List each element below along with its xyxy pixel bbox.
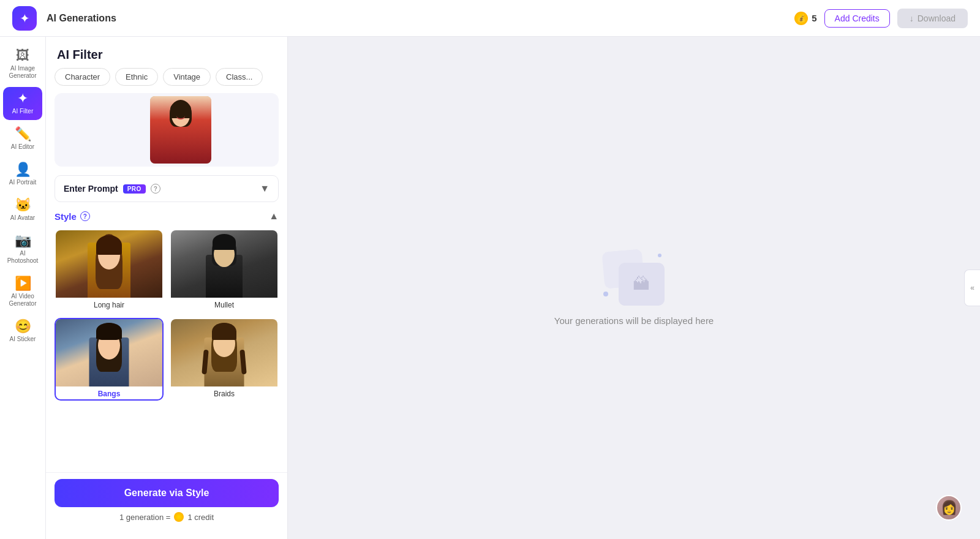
main-content: 🏔 Your generations will be displayed her… (288, 37, 980, 539)
nav-title: AI Generations (47, 13, 794, 24)
filter-tab-ethnic[interactable]: Ethnic (115, 68, 158, 86)
coin-icon: 💰 (794, 12, 808, 25)
style-section-header: Style ? ▲ (55, 211, 279, 222)
generate-via-style-button[interactable]: Generate via Style (55, 479, 279, 507)
sidebar-label-ai-photoshoot: AI Photoshoot (7, 250, 39, 265)
style-thumb-braids (171, 319, 277, 386)
logo-icon: ✦ (20, 11, 30, 26)
generation-info: 1 generation = 1 credit (55, 512, 279, 522)
download-label: Download (918, 13, 956, 23)
download-button[interactable]: ↓ Download (897, 9, 968, 28)
sidebar-label-ai-video-generator: AI Video Generator (7, 293, 39, 307)
panel-scroll: Enter Prompt PRO ? ▼ Style ? ▲ (46, 175, 287, 472)
download-icon: ↓ (910, 13, 914, 23)
main-layout: 🖼 AI Image Generator ✦ AI Filter ✏️ AI E… (0, 37, 980, 539)
empty-state: 🏔 Your generations will be displayed her… (554, 251, 714, 326)
style-section-title: Style ? (55, 211, 90, 222)
empty-icon-main: 🏔 (619, 263, 665, 306)
style-help-icon[interactable]: ? (80, 211, 90, 221)
prompt-label-text: Enter Prompt (64, 184, 118, 194)
generation-info-prefix: 1 generation = (119, 513, 170, 522)
prompt-section[interactable]: Enter Prompt PRO ? ▼ (55, 175, 279, 202)
user-avatar[interactable]: 👩 (936, 495, 962, 521)
generation-info-suffix: 1 credit (187, 513, 214, 522)
sidebar-item-ai-portrait[interactable]: 👤 AI Portrait (3, 158, 42, 191)
ai-avatar-icon: 🐱 (15, 198, 31, 212)
upload-preview (150, 96, 211, 164)
filter-tabs: Character Ethnic Vintage Class... (46, 68, 287, 93)
empty-dot2 (603, 292, 608, 296)
photo-symbol-icon: 🏔 (633, 274, 650, 294)
ai-photoshoot-icon: 📷 (15, 234, 31, 247)
ai-editor-icon: ✏️ (15, 127, 31, 141)
filter-tab-character[interactable]: Character (55, 68, 110, 86)
filter-tab-classic[interactable]: Class... (216, 68, 263, 86)
sidebar-label-ai-image-generator: AI Image Generator (7, 65, 39, 80)
style-item-long-hair[interactable]: Long hair (55, 229, 164, 312)
ai-image-generator-icon: 🖼 (16, 49, 29, 62)
style-name-mullet: Mullet (171, 298, 277, 311)
top-nav: ✦ AI Generations 💰 5 Add Credits ↓ Downl… (0, 0, 980, 37)
pro-badge: PRO (123, 184, 146, 194)
sidebar-item-ai-sticker[interactable]: 😊 AI Sticker (3, 315, 42, 348)
nav-right: 💰 5 Add Credits ↓ Download (794, 9, 968, 28)
sidebar-label-ai-avatar: AI Avatar (10, 214, 35, 222)
prompt-label: Enter Prompt PRO ? (64, 184, 160, 194)
mini-coin-icon (174, 512, 184, 522)
avatar-icon: 👩 (941, 500, 957, 516)
credits-count: 5 (812, 13, 816, 23)
ai-filter-icon: ✦ (17, 92, 28, 105)
style-thumb-bangs (56, 319, 162, 386)
style-title-text: Style (55, 211, 77, 222)
sidebar-label-ai-filter: AI Filter (12, 108, 33, 115)
style-item-braids[interactable]: Braids (170, 318, 279, 401)
style-grid: Long hair Mullet (55, 229, 279, 401)
style-item-mullet[interactable]: Mullet (170, 229, 279, 312)
empty-icon: 🏔 (603, 251, 665, 306)
style-name-bangs: Bangs (56, 386, 162, 399)
empty-state-text: Your generations will be displayed here (554, 315, 714, 326)
sidebar-label-ai-editor: AI Editor (11, 143, 34, 151)
empty-dot1 (658, 254, 662, 257)
style-name-braids: Braids (171, 386, 277, 399)
ai-video-generator-icon: ▶️ (15, 277, 31, 290)
sidebar-item-ai-filter[interactable]: ✦ AI Filter (3, 87, 42, 120)
panel-bottom: Generate via Style 1 generation = 1 cred… (46, 472, 287, 539)
sidebar-label-ai-portrait: AI Portrait (9, 179, 36, 186)
sidebar-item-ai-avatar[interactable]: 🐱 AI Avatar (3, 194, 42, 227)
right-edge-collapse-button[interactable]: « (964, 270, 980, 306)
filter-panel: AI Filter Character Ethnic Vintage Class… (46, 37, 288, 539)
style-thumb-long-hair (56, 230, 162, 298)
style-name-long-hair: Long hair (56, 298, 162, 311)
style-item-bangs[interactable]: Bangs (55, 318, 164, 401)
ai-portrait-icon: 👤 (15, 163, 31, 176)
style-chevron-icon[interactable]: ▲ (269, 211, 279, 222)
icon-sidebar: 🖼 AI Image Generator ✦ AI Filter ✏️ AI E… (0, 37, 46, 539)
sidebar-item-ai-image-generator[interactable]: 🖼 AI Image Generator (3, 44, 42, 85)
panel-title: AI Filter (46, 37, 287, 68)
credits-badge: 💰 5 (794, 12, 816, 25)
sidebar-item-ai-video-generator[interactable]: ▶️ AI Video Generator (3, 272, 42, 312)
upload-area[interactable] (55, 93, 279, 167)
filter-tab-vintage[interactable]: Vintage (163, 68, 211, 86)
prompt-chevron-icon: ▼ (260, 183, 270, 194)
collapse-icon: « (970, 284, 974, 292)
style-thumb-mullet (171, 230, 277, 298)
sidebar-label-ai-sticker: AI Sticker (10, 336, 36, 343)
app-logo: ✦ (12, 6, 37, 31)
ai-sticker-icon: 😊 (15, 320, 31, 333)
prompt-help-icon[interactable]: ? (151, 184, 160, 194)
sidebar-item-ai-editor[interactable]: ✏️ AI Editor (3, 123, 42, 156)
sidebar-item-ai-photoshoot[interactable]: 📷 AI Photoshoot (3, 229, 42, 270)
add-credits-button[interactable]: Add Credits (824, 9, 890, 28)
